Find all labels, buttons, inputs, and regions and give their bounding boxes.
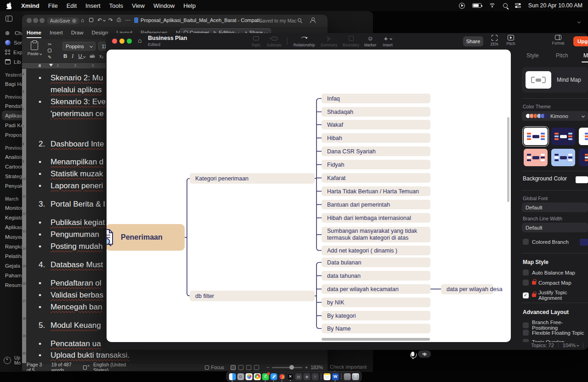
chatgpt-nav-library[interactable]: Lib <box>0 57 22 67</box>
dictation-widget[interactable] <box>411 350 431 358</box>
format-painter-icon[interactable]: ✎ <box>48 55 51 60</box>
topic-data-desa[interactable]: data per wilayah desa <box>441 284 493 294</box>
menu-clock[interactable]: Sun 20 Apr 10.00 AM <box>528 2 582 9</box>
branch-width-select[interactable]: Default <box>522 223 588 232</box>
dock-utility-app[interactable]: ≡ <box>312 373 319 380</box>
autosave-toggle[interactable]: AutoSave <box>47 17 79 24</box>
background-color-swatch[interactable] <box>576 176 588 183</box>
control-center-icon[interactable] <box>515 3 521 8</box>
menu-app-name[interactable]: Xmind <box>21 2 40 9</box>
close-button[interactable] <box>27 18 32 23</box>
minimize-button[interactable] <box>119 39 124 44</box>
italic-button[interactable]: I <box>72 53 74 59</box>
menu-window[interactable]: Window <box>153 2 175 9</box>
chat-item[interactable]: Rangkai <box>0 242 22 251</box>
topic-kategori-penerimaan[interactable]: Kategori penerimaan <box>190 173 315 184</box>
insert-button[interactable]: + Insert <box>379 35 397 47</box>
chat-item[interactable]: Cartoon <box>0 162 22 171</box>
dock-trash[interactable] <box>352 373 359 380</box>
menu-tools[interactable]: Tools <box>109 2 123 9</box>
chat-item[interactable]: Resume <box>0 280 22 290</box>
structure-card[interactable]: Mind Map <box>522 67 588 93</box>
apple-menu-icon[interactable] <box>6 2 12 9</box>
focus-button[interactable]: Focus <box>205 365 224 370</box>
justify-alignment-checkbox[interactable]: Justify Topic Alignment <box>523 290 588 301</box>
zoom-slider[interactable] <box>272 367 302 368</box>
collapse-chevron-icon[interactable] <box>578 17 580 26</box>
redo-icon[interactable]: ↷ <box>108 17 113 23</box>
chat-item[interactable]: Aplikasi <box>0 222 22 232</box>
topic-infaq[interactable]: Infaq <box>322 94 430 103</box>
topic-kafarat[interactable]: Kafarat <box>322 173 430 183</box>
chat-item[interactable]: Proposa <box>0 130 22 140</box>
upgrade-button[interactable]: Upgrade <box>573 36 588 46</box>
theme-thumbnail[interactable] <box>551 128 575 145</box>
panel-tab-style[interactable]: Style <box>526 52 539 59</box>
screen-record-icon[interactable] <box>459 3 465 9</box>
topic-root[interactable]: Penerimaan <box>107 224 185 251</box>
chat-item[interactable]: Kegiatan <box>0 213 22 222</box>
compact-map-checkbox[interactable]: Compact Map <box>523 280 571 286</box>
zoom-out-button[interactable]: − <box>266 365 269 370</box>
zoom-in-button[interactable]: + <box>305 365 308 370</box>
theme-thumbnail[interactable] <box>579 128 588 145</box>
account-icon[interactable] <box>310 17 315 23</box>
topic-data-bulanan[interactable]: Data bulanan <box>322 258 430 267</box>
zoom-percentage[interactable]: 183% <box>311 365 323 370</box>
canvas-zoom[interactable]: 104% <box>563 343 579 348</box>
topic-wakaf[interactable]: Wakaf <box>322 120 430 129</box>
upgrade-plan-button[interactable]: UpMo <box>4 355 21 365</box>
topic-dana-csr[interactable]: Dana CSR Syariah <box>322 146 430 156</box>
dictation-level-pill[interactable] <box>418 350 431 358</box>
topic-hibah[interactable]: Hibah <box>322 133 430 143</box>
zoom-control[interactable]: − + 183% <box>266 365 323 370</box>
share-button[interactable]: Share <box>463 36 483 46</box>
horizontal-scrollbar[interactable] <box>322 338 430 341</box>
tab-draw[interactable]: Draw <box>71 30 84 35</box>
zoom-button[interactable] <box>127 39 132 44</box>
dock-photos[interactable] <box>246 373 253 380</box>
topic-by-kategori[interactable]: By kategori <box>322 311 430 320</box>
dock-system-settings[interactable]: ⚙ <box>237 373 244 380</box>
strikethrough-button[interactable]: ab <box>90 54 95 59</box>
dock-safari[interactable] <box>271 373 277 380</box>
microphone-icon[interactable] <box>411 352 414 356</box>
relationship-button[interactable]: Relationship <box>290 35 318 47</box>
tab-home[interactable]: Home <box>27 30 41 38</box>
topic-overlap-checkbox[interactable]: Topic Overlap <box>523 339 564 342</box>
theme-thumbnail[interactable] <box>551 149 575 166</box>
more-tools-icon[interactable]: ⋯ <box>125 17 130 23</box>
view-switcher[interactable] <box>231 365 259 370</box>
close-button[interactable] <box>112 39 117 44</box>
chat-item[interactable]: Monitori <box>0 203 22 213</box>
chat-item[interactable]: Strategi <box>0 171 22 181</box>
undo-icon[interactable]: ↶ <box>97 17 105 23</box>
theme-thumbnail[interactable] <box>524 149 548 166</box>
topic-button[interactable]: Topic <box>247 35 265 47</box>
topic-sumbangan-masyarakat[interactable]: Sumbangan masyarakat yang tidak termasuk… <box>322 227 430 242</box>
proofing-icon[interactable] <box>83 365 87 370</box>
boundary-button[interactable]: Boundary <box>340 35 362 47</box>
dock-whatsapp[interactable]: ✆ <box>262 373 269 380</box>
color-theme-select[interactable]: Kimono <box>522 111 588 121</box>
word-count[interactable]: 19 of 487 words <box>51 362 77 371</box>
home-icon[interactable]: ⌂ <box>81 17 84 23</box>
colored-branch-checkbox[interactable]: Colored Branch <box>523 239 569 245</box>
chatgpt-nav-new-chat[interactable]: ⊛Cha <box>0 28 22 38</box>
tab-design[interactable]: Design <box>92 30 108 35</box>
tab-insert[interactable]: Insert <box>50 30 63 35</box>
menu-file[interactable]: File <box>48 2 58 9</box>
menu-edit[interactable]: Edit <box>67 2 77 9</box>
dock-pinwheel-app[interactable] <box>279 373 286 380</box>
zoom-button[interactable] <box>40 18 45 23</box>
zen-mode-button[interactable]: ZEN <box>486 35 503 46</box>
zoom-slider-thumb[interactable] <box>289 365 294 370</box>
dock-media-app[interactable]: ◉ <box>304 373 311 380</box>
mindmap-canvas[interactable]: Penerimaan Kategori penerimaan db filter… <box>107 50 511 342</box>
font-select[interactable]: Poppins <box>62 42 96 51</box>
copy-icon[interactable] <box>48 48 51 53</box>
global-font-select[interactable]: Default <box>522 202 588 212</box>
dock-notes[interactable] <box>324 373 331 380</box>
paste-button[interactable]: Paste <box>27 41 42 56</box>
dock-x-app[interactable]: ✕ <box>287 373 294 380</box>
